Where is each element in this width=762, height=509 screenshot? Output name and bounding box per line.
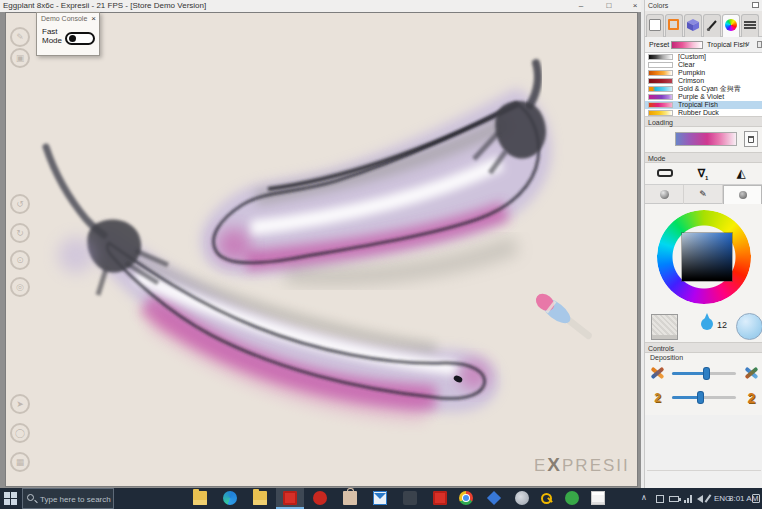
slider-handle[interactable] (704, 368, 709, 379)
minimize-button[interactable]: – (572, 0, 590, 12)
colors-panel-header: Colors (645, 0, 762, 11)
taskbar-app-store[interactable] (336, 488, 364, 509)
deposition-slider-1[interactable] (672, 372, 736, 375)
green-app-icon (565, 491, 579, 505)
demo-console-close-icon[interactable]: × (91, 14, 96, 23)
demo-console-panel: Demo Console × FastMode (36, 12, 100, 56)
left-tool-button-1[interactable]: ✎ (10, 27, 30, 47)
taskbar-app-red[interactable] (306, 488, 334, 509)
left-tool-button-3[interactable]: ↺ (10, 194, 30, 214)
tray-chevron-up-icon[interactable]: ∧ (641, 493, 647, 502)
left-tool-button-6[interactable]: ◎ (10, 277, 30, 297)
mode-tabs: ✎ (645, 184, 762, 204)
redo-icon: ↻ (16, 228, 24, 238)
delete-loading-button[interactable] (744, 131, 758, 147)
mode-gradient-button[interactable]: ∇1 (685, 165, 721, 182)
taskbar-app-photos[interactable] (480, 488, 508, 509)
pen-icon[interactable] (705, 494, 712, 503)
notification-center-icon[interactable] (752, 494, 760, 503)
taskbar-app-edge[interactable] (216, 488, 244, 509)
taskbar-app-mail[interactable] (366, 488, 394, 509)
preset-item-crimson[interactable]: Crimson (645, 77, 762, 85)
taskbar-app-file-explorer[interactable] (186, 488, 214, 509)
deposition-slider-row-2: 2 2 (645, 387, 762, 409)
deposition-label: Deposition (650, 354, 683, 361)
painting-canvas[interactable]: EXPRESII ✎ ▣ ↺ ↻ ⊙ ◎ ➤ ◯ ▦ (6, 13, 637, 486)
preset-item-clear[interactable]: Clear (645, 61, 762, 69)
active-app-icon (283, 491, 297, 505)
left-tool-button-7[interactable]: ➤ (10, 394, 30, 414)
cube-icon (687, 19, 699, 31)
preset-item-purple-violet[interactable]: Purple & Violet (645, 93, 762, 101)
volume-icon[interactable] (697, 495, 703, 503)
taskbar: Type here to search ∧ ENG 8:01 AM (0, 488, 762, 509)
chevron-down-icon[interactable]: ∨ (745, 40, 750, 48)
brush-icon (706, 19, 718, 31)
panel-float-icon[interactable] (752, 2, 759, 8)
preset-swatch (648, 62, 673, 68)
maximize-button[interactable]: □ (600, 0, 618, 12)
taskbar-app-folder[interactable] (246, 488, 274, 509)
taskbar-app-red2[interactable] (426, 488, 454, 509)
trash-icon (748, 136, 754, 143)
loading-gradient-bar[interactable] (675, 132, 737, 146)
start-button[interactable] (4, 492, 17, 505)
left-tool-button-2[interactable]: ▣ (10, 48, 30, 68)
grid-icon: ▦ (16, 457, 25, 467)
battery-icon[interactable] (669, 496, 679, 502)
preset-item-custom[interactable]: [Custom] (645, 53, 762, 61)
preset-swatch (648, 94, 673, 100)
mode-mirror-button[interactable]: ◭ (723, 165, 759, 182)
controls-section-header: Controls (645, 342, 762, 353)
toggle-knob (69, 35, 76, 42)
preset-dropdown-value[interactable]: Tropical Fish (707, 41, 747, 48)
loading-section (645, 127, 762, 152)
tab-color-wheel[interactable] (722, 14, 740, 37)
taskbar-app-dark[interactable] (396, 488, 424, 509)
tray-app-icon[interactable] (656, 495, 664, 503)
preset-item-tropical-fish[interactable]: Tropical Fish (645, 101, 762, 109)
water-drop-icon[interactable] (701, 318, 713, 330)
preset-item-pumpkin[interactable]: Pumpkin (645, 69, 762, 77)
red-app-icon (313, 491, 327, 505)
current-color-swatch[interactable] (736, 313, 762, 340)
tab-paper[interactable] (646, 14, 664, 37)
left-tool-button-8[interactable]: ◯ (10, 423, 30, 443)
tool-icon-2: ◎ (16, 282, 24, 292)
taskbar-app-chrome[interactable] (452, 488, 480, 509)
mode-tab-dot[interactable] (723, 185, 762, 204)
red-app-icon-2 (433, 491, 447, 505)
slider-handle[interactable] (698, 392, 703, 403)
tab-brush[interactable] (703, 14, 721, 37)
taskbar-app-active[interactable] (276, 488, 304, 509)
network-icon[interactable] (684, 495, 694, 503)
taskbar-app-green[interactable] (558, 488, 586, 509)
deposition-slider-2[interactable] (672, 396, 736, 399)
tab-menu[interactable] (741, 14, 759, 37)
watermark-x-glyph: X (547, 454, 562, 475)
mode-section-header: Mode (645, 152, 762, 163)
mode-tab-pen[interactable]: ✎ (684, 185, 723, 204)
tab-mixer[interactable] (684, 14, 702, 37)
left-tool-button-5[interactable]: ⊙ (10, 250, 30, 270)
mode-flat-button[interactable] (647, 165, 683, 182)
demo-console-title: Demo Console (41, 15, 87, 22)
tab-crop[interactable] (665, 14, 683, 37)
taskbar-app-key[interactable] (532, 488, 560, 509)
saturation-value-square[interactable] (682, 233, 732, 281)
preset-selected-swatch[interactable] (671, 41, 703, 49)
taskbar-app-notes[interactable] (584, 488, 612, 509)
mode-tab-sphere[interactable] (645, 185, 684, 204)
preset-extra-icon[interactable] (757, 41, 762, 48)
preset-label: Preset (649, 41, 669, 48)
taskbar-search[interactable]: Type here to search (22, 488, 114, 509)
file-explorer-icon (193, 491, 207, 505)
preset-item-gold-cyan[interactable]: Gold & Cyan 金與青 (645, 85, 762, 93)
fast-mode-toggle[interactable] (65, 32, 95, 45)
preset-swatch (648, 70, 673, 76)
left-tool-button-9[interactable]: ▦ (10, 452, 30, 472)
left-tool-button-4[interactable]: ↻ (10, 223, 30, 243)
hamburger-icon (744, 19, 756, 31)
clear-icon: ◯ (15, 428, 25, 438)
paper-texture-swatch[interactable] (651, 314, 678, 340)
